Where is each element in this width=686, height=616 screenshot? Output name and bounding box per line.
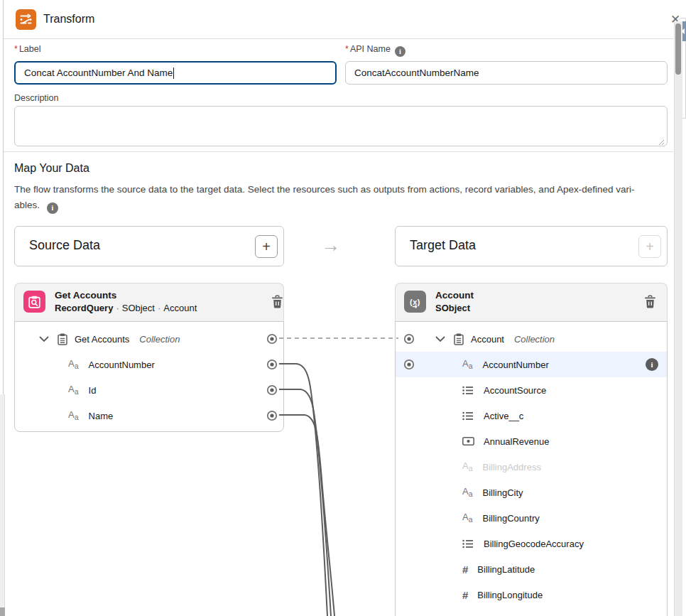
picklist-field-icon	[462, 386, 474, 395]
output-port[interactable]	[266, 359, 278, 370]
target-field-row-selected[interactable]: Aa AccountNumber i	[396, 352, 667, 377]
picklist-field-icon	[462, 539, 474, 549]
source-resource-card: Get Accounts RecordQuery·SObject·Account	[14, 283, 284, 321]
text-field-icon: Aa	[68, 359, 79, 370]
connector-id	[279, 389, 331, 616]
number-field-icon: #	[462, 563, 468, 576]
chevron-down-icon[interactable]	[435, 336, 445, 342]
target-data-title: Target Data	[410, 238, 476, 253]
source-data-title: Source Data	[29, 238, 100, 253]
chevron-down-icon[interactable]	[39, 336, 49, 342]
info-icon[interactable]: i	[646, 358, 658, 371]
description-textarea[interactable]	[14, 106, 668, 146]
target-root-label: Account	[471, 334, 504, 345]
output-port[interactable]	[266, 410, 278, 421]
number-field-icon: #	[462, 589, 468, 601]
source-root-row[interactable]: Get Accounts Collection	[15, 326, 283, 352]
target-field-row[interactable]: # BillingLatitude	[396, 556, 667, 582]
target-field-row-disabled: Aa BillingAddress	[396, 454, 667, 480]
trash-icon	[271, 295, 283, 308]
left-scrollbar-track[interactable]	[0, 394, 5, 616]
add-target-button[interactable]: +	[638, 235, 661, 258]
text-field-icon: Aa	[68, 384, 79, 396]
source-data-panel: Source Data +	[14, 226, 284, 266]
source-field-row[interactable]: Aa Name	[15, 403, 283, 428]
currency-field-icon	[462, 437, 474, 445]
source-field-row[interactable]: Aa Id	[15, 377, 283, 403]
trash-icon	[644, 295, 656, 308]
transform-icon	[16, 9, 36, 30]
source-field-row[interactable]: Aa AccountNumber	[15, 352, 283, 377]
info-icon[interactable]: i	[47, 202, 58, 214]
label-field-label: *Label	[14, 44, 40, 54]
description-field-label: Description	[14, 93, 59, 103]
output-port[interactable]	[266, 333, 278, 345]
sobject-variable-icon: (x)	[404, 291, 426, 313]
text-cursor	[173, 67, 174, 79]
scrollbar-track[interactable]	[674, 21, 682, 616]
picklist-field-icon	[462, 411, 474, 421]
target-field-row[interactable]: # BillingLongitude	[396, 582, 667, 607]
text-field-icon: Aa	[68, 410, 79, 421]
input-port[interactable]	[403, 359, 415, 370]
api-name-field-label: *API Namei	[345, 44, 405, 57]
target-resource-card: (x) Account SObject	[395, 283, 668, 321]
info-icon[interactable]: i	[395, 46, 405, 57]
target-root-row[interactable]: Account Collection	[396, 326, 667, 352]
target-field-row[interactable]: AnnualRevenue	[396, 428, 667, 454]
collection-icon	[454, 333, 464, 345]
delete-target-button[interactable]	[642, 294, 658, 311]
connector-accountnumber	[279, 364, 327, 616]
text-field-icon: Aa	[462, 487, 473, 498]
text-field-icon: Aa	[462, 512, 473, 524]
target-card-title: Account	[435, 290, 474, 301]
transform-editor-panel: Transform ✕ *Label Concat AccountNumber …	[0, 0, 686, 616]
collection-icon	[58, 333, 67, 345]
delete-source-button[interactable]	[269, 294, 285, 311]
target-field-row[interactable]: Aa BillingCountry	[396, 505, 667, 531]
target-field-row[interactable]: AccountSource	[396, 377, 667, 403]
source-root-label: Get Accounts	[75, 334, 129, 345]
source-field-tree: Get Accounts Collection Aa AccountNumber…	[14, 321, 284, 432]
target-field-row[interactable]: Aa BillingCity	[396, 480, 667, 505]
left-scrollbar-thumb[interactable]	[0, 607, 5, 616]
collection-badge: Collection	[139, 334, 180, 345]
connector-name	[279, 415, 334, 616]
target-field-row[interactable]: Active__c	[396, 403, 667, 428]
text-field-icon: Aa	[462, 359, 473, 370]
collection-badge: Collection	[514, 334, 555, 345]
input-port[interactable]	[403, 333, 415, 345]
target-field-row[interactable]: BillingGeocodeAccuracy	[396, 531, 667, 556]
label-input[interactable]: Concat AccountNumber And Name	[14, 61, 337, 85]
arrow-right-icon: →	[321, 234, 340, 256]
api-name-input[interactable]	[345, 61, 668, 85]
source-card-subtitle: RecordQuery·SObject·Account	[55, 303, 197, 313]
panel-header: Transform ✕	[4, 0, 673, 39]
add-source-button[interactable]: +	[255, 235, 278, 258]
target-data-panel: Target Data +	[395, 226, 668, 266]
target-field-tree: Account Collection Aa AccountNumber i Ac…	[395, 321, 668, 616]
target-field-row-partial: Aa	[396, 607, 667, 616]
map-your-data-help: The flow transforms the source data to t…	[14, 182, 660, 214]
text-field-icon: Aa	[462, 461, 473, 472]
output-port[interactable]	[266, 384, 278, 396]
scrollbar-thumb[interactable]	[675, 23, 681, 75]
page-title: Transform	[43, 13, 94, 26]
section-divider	[4, 151, 673, 152]
map-your-data-title: Map Your Data	[14, 162, 89, 175]
source-card-title: Get Accounts	[55, 290, 116, 301]
target-card-subtitle: SObject	[435, 303, 470, 313]
record-query-icon	[23, 291, 45, 313]
